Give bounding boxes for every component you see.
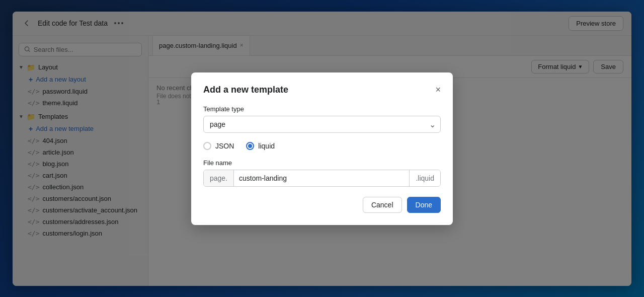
radio-option-json[interactable]: JSON xyxy=(203,142,234,150)
file-name-label: File name xyxy=(203,159,441,167)
modal-overlay: Add a new template × Template type page … xyxy=(0,0,644,297)
radio-json-label: JSON xyxy=(215,142,234,150)
file-name-input[interactable] xyxy=(234,170,409,186)
template-type-field: Template type page article blog cart col… xyxy=(203,105,441,133)
radio-option-liquid[interactable]: liquid xyxy=(246,142,275,150)
modal-header: Add a new template × xyxy=(203,85,441,95)
radio-liquid-input[interactable] xyxy=(246,142,254,150)
template-type-select-wrapper: page article blog cart collection index … xyxy=(203,116,441,133)
template-type-label: Template type xyxy=(203,105,441,113)
file-name-wrapper: page. .liquid xyxy=(203,170,441,187)
format-radio-group: JSON liquid xyxy=(203,142,441,150)
add-template-modal: Add a new template × Template type page … xyxy=(191,72,453,225)
radio-liquid-label: liquid xyxy=(258,142,275,150)
template-type-select[interactable]: page article blog cart collection index … xyxy=(203,116,441,133)
modal-footer: Cancel Done xyxy=(203,197,441,213)
cancel-button[interactable]: Cancel xyxy=(363,197,402,213)
done-button[interactable]: Done xyxy=(407,197,441,213)
modal-title: Add a new template xyxy=(203,85,288,95)
modal-close-icon[interactable]: × xyxy=(435,85,441,94)
file-name-suffix: .liquid xyxy=(409,170,440,186)
file-name-field: File name page. .liquid xyxy=(203,159,441,187)
radio-json-input[interactable] xyxy=(203,142,211,150)
file-name-prefix: page. xyxy=(204,170,234,186)
